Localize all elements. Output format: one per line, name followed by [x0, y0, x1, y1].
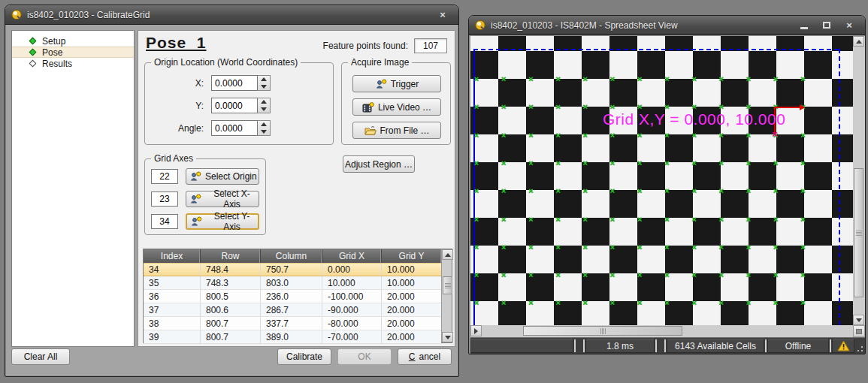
feature-mark-icon: ×	[555, 216, 560, 222]
cell-row: 748.4	[201, 264, 261, 276]
y-spinner[interactable]	[258, 98, 271, 113]
adjust-region-button[interactable]: Adjust Region …	[343, 155, 415, 173]
y-field[interactable]	[211, 98, 258, 113]
button-label: Calibrate	[286, 351, 322, 362]
feature-mark-icon: ×	[691, 132, 696, 138]
scrollbar-thumb[interactable]	[854, 168, 863, 297]
feature-mark-icon: ×	[474, 132, 479, 138]
origin-x-marker: ×	[772, 128, 778, 140]
col-header-index[interactable]: Index	[144, 249, 201, 263]
feature-mark-icon: ×	[474, 160, 479, 166]
feature-mark-icon: ×	[528, 104, 533, 110]
spreadsheet-titlebar[interactable]: is8402_010203 - IS8402M - Spreadsheet Vi…	[469, 16, 865, 35]
calibration-image[interactable]: ××××××××××××××××××××××××××××××××××××××××…	[470, 36, 853, 325]
scroll-up-icon[interactable]	[853, 36, 864, 47]
cell-grid-x: 0.000	[322, 264, 382, 276]
col-header-grid-y[interactable]: Grid Y	[382, 249, 441, 263]
tree-item-results[interactable]: Results	[12, 58, 134, 69]
status-separator	[574, 339, 576, 352]
feature-mark-icon: ×	[610, 160, 615, 166]
from-file-button[interactable]: From File …	[352, 122, 441, 139]
scrollbar-corner-box[interactable]	[853, 325, 865, 337]
angle-field[interactable]	[211, 120, 258, 136]
resize-grip[interactable]	[854, 338, 865, 354]
feature-mark-icon: ×	[501, 104, 506, 110]
warning-icon	[837, 340, 850, 351]
feature-mark-icon: ×	[583, 188, 588, 194]
maximize-icon[interactable]	[817, 19, 836, 32]
close-icon[interactable]: ×	[839, 19, 859, 32]
minimize-icon[interactable]	[794, 19, 814, 32]
scroll-up-icon[interactable]	[442, 249, 453, 260]
x-axis-cell-field[interactable]	[151, 192, 178, 207]
select-origin-button[interactable]: Select Origin	[186, 168, 259, 185]
feature-mark-icon: ×	[773, 216, 778, 222]
hollow-diamond-icon	[29, 60, 37, 68]
status-warning[interactable]	[832, 339, 854, 353]
clear-all-button[interactable]: Clear All	[11, 348, 70, 365]
button-label: Select Origin	[205, 171, 257, 182]
scrollbar-thumb[interactable]	[523, 326, 682, 336]
feature-mark-icon: ×	[664, 244, 669, 250]
tree-item-pose[interactable]: Pose	[12, 47, 134, 58]
horizontal-scrollbar[interactable]	[470, 325, 853, 337]
feature-mark-icon: ×	[474, 188, 479, 194]
x-spinner[interactable]	[258, 75, 271, 91]
col-header-grid-x[interactable]: Grid X	[322, 249, 382, 263]
x-field[interactable]	[211, 75, 258, 91]
feature-mark-icon: ×	[555, 132, 560, 138]
feature-mark-icon: ×	[555, 76, 560, 82]
feature-mark-icon: ×	[501, 216, 506, 222]
feature-mark-icon: ×	[691, 300, 696, 306]
table-scrollbar[interactable]	[441, 249, 452, 342]
feature-mark-icon: ×	[719, 188, 724, 194]
scroll-down-icon[interactable]	[442, 332, 453, 342]
status-separator	[830, 339, 831, 352]
table-row[interactable]: 34 748.4 750.7 0.000 10.000	[144, 263, 441, 276]
feature-mark-icon: ×	[800, 188, 805, 194]
feature-mark-icon: ×	[664, 188, 669, 194]
cell-index: 34	[144, 264, 201, 276]
button-label: Trigger	[391, 79, 419, 89]
status-connection: Offline	[767, 339, 829, 353]
scroll-down-icon[interactable]	[853, 315, 864, 325]
feature-mark-icon: ×	[555, 244, 560, 250]
select-x-axis-button[interactable]: Select X-Axis	[186, 191, 259, 207]
grid-coordinates-label: Grid X,Y = 0.000, 10.000	[603, 110, 785, 128]
feature-mark-icon: ×	[555, 104, 560, 110]
cell-row: 800.6	[201, 303, 261, 316]
feature-mark-icon: ×	[583, 272, 588, 278]
feature-mark-icon: ×	[691, 216, 696, 222]
feature-mark-icon: ×	[501, 272, 506, 278]
cell-column: 803.0	[261, 276, 322, 289]
table-row[interactable]: 39 800.7 389.0 -70.000 20.000	[144, 330, 441, 344]
origin-cell-field[interactable]	[151, 169, 178, 184]
angle-spinner[interactable]	[258, 120, 271, 136]
feature-mark-icon: ×	[773, 76, 778, 82]
select-y-axis-button[interactable]: Select Y-Axis	[186, 213, 259, 230]
feature-mark-icon: ×	[664, 300, 669, 306]
table-row[interactable]: 35 748.3 803.0 10.000 10.000	[144, 276, 441, 290]
feature-mark-icon: ×	[528, 76, 533, 82]
table-row[interactable]: 37 800.6 286.7 -90.000 20.000	[144, 303, 441, 317]
feature-mark-icon: ×	[610, 132, 615, 138]
close-icon[interactable]: ×	[433, 8, 452, 22]
calibrate-titlebar[interactable]: is8402_010203 - CalibrateGrid ×	[5, 5, 458, 25]
live-video-button[interactable]: Live Video …	[352, 98, 441, 116]
tree-item-setup[interactable]: Setup	[12, 35, 134, 47]
feature-mark-icon: ×	[691, 188, 696, 194]
status-segment-empty	[470, 339, 573, 353]
col-header-row[interactable]: Row	[201, 249, 261, 263]
col-header-column[interactable]: Column	[261, 249, 322, 263]
scroll-right-icon[interactable]	[470, 325, 482, 336]
feature-mark-icon: ×	[719, 104, 724, 110]
trigger-button[interactable]: Trigger	[352, 75, 441, 92]
vertical-scrollbar[interactable]	[853, 36, 865, 325]
feature-mark-icon: ×	[637, 188, 642, 194]
table-row[interactable]: 36 800.5 236.0 -100.000 20.000	[144, 290, 441, 303]
scrollbar-thumb[interactable]	[443, 276, 452, 294]
y-axis-cell-field[interactable]	[151, 214, 178, 229]
table-row[interactable]: 38 800.7 337.7 -80.000 20.000	[144, 317, 441, 330]
calibrate-button[interactable]: Calibrate	[277, 348, 331, 365]
cancel-button[interactable]: Cancel	[398, 348, 452, 365]
